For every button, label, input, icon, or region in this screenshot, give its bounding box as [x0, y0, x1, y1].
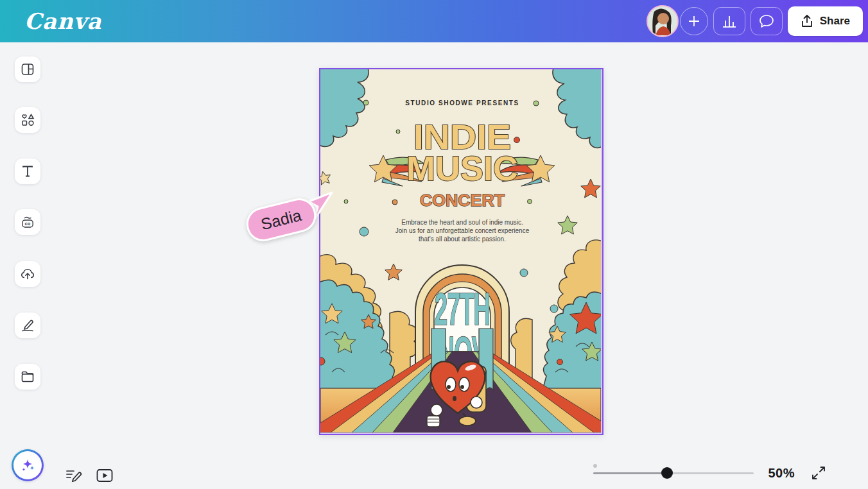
brand-icon: co	[20, 214, 35, 230]
sidebar-item-brand[interactable]: co	[15, 209, 40, 235]
notes-icon	[65, 468, 83, 483]
draw-pen-icon	[20, 318, 35, 333]
poster-title-music: MUSIC	[406, 150, 518, 187]
share-button-label: Share	[820, 15, 850, 28]
zoom-slider-fill	[593, 472, 667, 474]
elements-icon	[20, 112, 35, 128]
poster-page[interactable]: STUDIO SHODWE PRESENTS INDIE MUSIC CONCE…	[319, 68, 603, 435]
avatar[interactable]	[647, 5, 679, 37]
sidebar-item-projects[interactable]	[15, 364, 40, 390]
notes-button[interactable]	[62, 466, 85, 485]
sidebar-item-design[interactable]	[15, 56, 40, 82]
zoom-slider-thumb[interactable]	[661, 467, 673, 479]
play-icon	[96, 468, 114, 483]
brand-icon-text: co	[25, 221, 31, 227]
fullscreen-button[interactable]	[809, 463, 828, 483]
add-collaborator-button[interactable]	[680, 7, 708, 35]
share-button[interactable]: Share	[788, 6, 863, 36]
design-canvas[interactable]: STUDIO SHODWE PRESENTS INDIE MUSIC CONCE…	[62, 42, 868, 489]
sidebar-item-text[interactable]	[15, 159, 40, 184]
share-icon	[801, 14, 813, 28]
zoom-slider[interactable]	[593, 467, 754, 479]
zoom-controls: 50%	[593, 463, 828, 483]
sidebar: co	[0, 42, 62, 489]
topbar-actions: Share	[647, 0, 863, 42]
collaborator-name-badge: Sadia	[243, 194, 320, 244]
bar-chart-icon	[722, 14, 737, 28]
top-bar: Canva	[0, 0, 868, 42]
poster-artwork: STUDIO SHODWE PRESENTS INDIE MUSIC CONCE…	[320, 69, 601, 433]
poster-title-concert: CONCERT	[420, 191, 505, 210]
avatar-image	[648, 6, 677, 35]
comments-button[interactable]	[751, 7, 783, 35]
sidebar-item-uploads[interactable]	[15, 261, 40, 287]
comment-bubble-icon	[758, 13, 775, 29]
insights-button[interactable]	[713, 7, 745, 35]
plus-icon	[687, 14, 701, 28]
design-icon	[20, 62, 35, 77]
canva-editor-window: Canva	[0, 0, 868, 489]
poster-presents-line: STUDIO SHODWE PRESENTS	[405, 99, 519, 107]
poster-description-line3: that's all about artistic passion.	[419, 236, 506, 243]
sidebar-item-elements[interactable]	[15, 107, 40, 133]
poster-description-line1: Embrace the heart and soul of indie musi…	[401, 219, 523, 226]
canva-logo[interactable]: Canva	[24, 8, 102, 34]
folder-icon	[20, 369, 35, 384]
bottom-bar: 50%	[0, 457, 868, 489]
zoom-level-label[interactable]: 50%	[768, 466, 795, 481]
sidebar-item-draw[interactable]	[15, 313, 40, 338]
zoom-slider-marker	[593, 464, 597, 468]
poster-description-line2: Join us for an unforgettable concert exp…	[395, 227, 530, 234]
text-icon	[20, 164, 35, 179]
expand-icon	[811, 465, 826, 481]
upload-cloud-icon	[20, 266, 35, 282]
present-button[interactable]	[93, 466, 116, 485]
